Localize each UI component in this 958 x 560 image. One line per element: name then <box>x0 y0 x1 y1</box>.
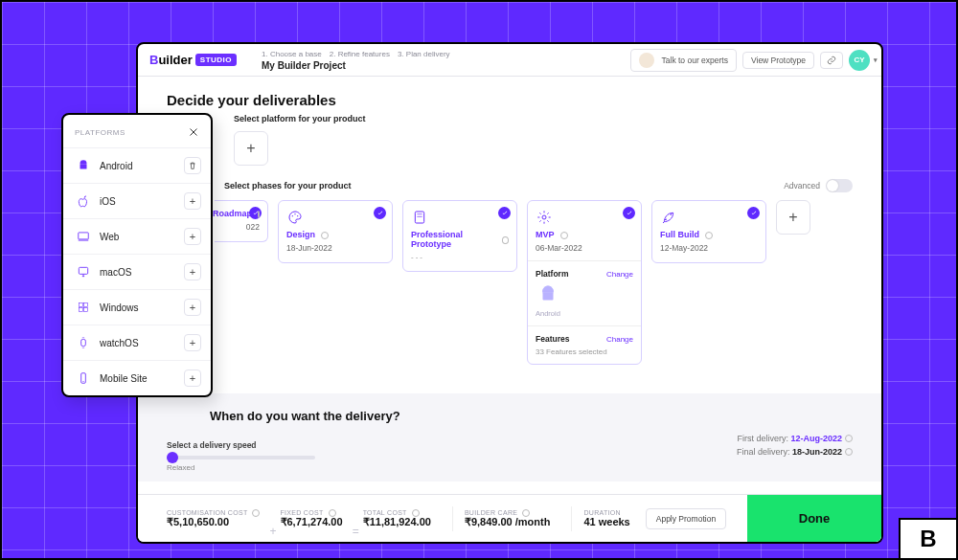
change-features-link[interactable]: Change <box>606 335 633 344</box>
done-button[interactable]: Done <box>747 495 881 542</box>
platforms-title: PLATFORMS <box>75 128 125 137</box>
svg-rect-8 <box>80 164 87 168</box>
speed-value: Relaxed <box>167 463 400 472</box>
info-icon[interactable] <box>321 232 329 239</box>
cost-value: 41 weeks <box>583 516 629 527</box>
equals-icon: = <box>353 525 359 542</box>
step-2[interactable]: 2. Refine features <box>330 50 390 58</box>
mobile-icon <box>75 371 92 385</box>
info-icon[interactable] <box>412 509 420 517</box>
steps: 1. Choose a base 2. Refine features 3. P… <box>262 50 450 71</box>
first-delivery-label: First delivery: <box>737 434 788 443</box>
platform-item-windows[interactable]: Windows + <box>63 289 211 325</box>
slider-knob[interactable] <box>167 452 178 463</box>
talk-to-experts-button[interactable]: Talk to our experts <box>630 49 737 72</box>
check-icon <box>623 207 635 219</box>
svg-rect-16 <box>79 308 82 312</box>
first-delivery-value: 12-Aug-2022 <box>790 434 842 443</box>
cost-label: DURATION <box>583 509 629 516</box>
platform-item-watchos[interactable]: watchOS + <box>63 325 211 360</box>
platform-item-mobile-site[interactable]: Mobile Site + <box>63 360 211 395</box>
info-icon[interactable] <box>258 211 260 218</box>
add-platform-button[interactable]: + <box>184 370 201 387</box>
final-delivery-value: 18-Jun-2022 <box>792 447 842 457</box>
add-platform-button[interactable]: + <box>184 228 201 245</box>
windows-icon <box>75 301 92 314</box>
phases-subtitle: Select phases for your product <box>224 181 352 190</box>
view-prototype-button[interactable]: View Prototype <box>742 52 814 69</box>
remove-platform-button[interactable] <box>184 157 201 174</box>
watch-icon <box>75 336 92 349</box>
features-text: 33 Features selected <box>536 347 633 356</box>
platform-name: Android <box>536 309 633 318</box>
svg-point-6 <box>542 215 546 219</box>
phase-card-full-build[interactable]: Full Build 12-May-2022 <box>651 200 766 263</box>
add-platform-button[interactable]: + <box>184 334 201 351</box>
platforms-popover: PLATFORMS Android iOS + Web + macOS + Wi… <box>61 113 213 397</box>
phase-card-roadmap[interactable]: Roadmap 022 <box>215 200 268 242</box>
mvp-icon <box>536 209 553 226</box>
cost-label: TOTAL COST <box>363 509 407 516</box>
info-icon[interactable] <box>705 232 713 239</box>
apple-icon <box>75 194 92 208</box>
check-icon <box>498 207 511 219</box>
phase-card-prototype[interactable]: Professional Prototype --- <box>402 200 517 272</box>
phase-title: Professional Prototype <box>411 230 496 249</box>
svg-rect-17 <box>84 308 88 312</box>
info-icon[interactable] <box>560 232 568 239</box>
customisation-cost: CUSTOMISATION COST ₹5,10,650.00 <box>167 508 260 528</box>
info-icon[interactable] <box>845 435 853 442</box>
platform-name: Windows <box>100 302 184 313</box>
project-name: My Builder Project <box>262 60 450 71</box>
user-avatar[interactable]: CY ▾ <box>849 50 870 71</box>
phase-card-design[interactable]: Design 18-Jun-2022 <box>278 200 393 263</box>
step-1[interactable]: 1. Choose a base <box>262 50 322 58</box>
change-platform-link[interactable]: Change <box>606 270 633 279</box>
share-button[interactable] <box>820 52 843 69</box>
rocket-icon <box>660 209 677 226</box>
platform-item-android[interactable]: Android <box>63 147 211 183</box>
close-button[interactable] <box>186 124 201 140</box>
plus-icon: + <box>269 525 276 542</box>
speed-slider[interactable] <box>167 456 315 459</box>
logo[interactable]: Builder STUDIO <box>149 53 237 67</box>
advanced-toggle[interactable]: Advanced <box>784 179 853 192</box>
cost-value: ₹11,81,924.00 <box>363 516 431 528</box>
info-icon[interactable] <box>502 236 509 244</box>
platform-item-macos[interactable]: macOS + <box>63 254 211 289</box>
chevron-down-icon: ▾ <box>874 56 878 64</box>
logo-badge: STUDIO <box>195 54 237 66</box>
add-platform-button[interactable]: + <box>184 299 201 316</box>
delivery-section: When do you want the delivery? Select a … <box>138 393 881 482</box>
add-platform-button[interactable]: + <box>234 131 268 166</box>
info-icon[interactable] <box>329 509 336 517</box>
check-icon <box>374 207 386 219</box>
info-icon[interactable] <box>845 448 853 456</box>
expert-avatar-icon <box>639 53 654 68</box>
android-icon <box>536 282 560 307</box>
phase-date: 18-Jun-2022 <box>286 243 384 253</box>
link-icon <box>827 56 836 65</box>
add-platform-button[interactable]: + <box>184 263 201 280</box>
close-icon <box>188 126 199 138</box>
add-platform-button[interactable]: + <box>184 192 201 210</box>
macos-icon <box>75 265 92 279</box>
duration: DURATION 41 weeks <box>583 509 629 527</box>
phase-date: 022 <box>215 222 260 232</box>
platform-item-ios[interactable]: iOS + <box>63 183 211 218</box>
add-phase-button[interactable]: + <box>776 200 810 235</box>
total-cost: TOTAL COST ₹11,81,924.00 <box>363 508 431 528</box>
phase-card-mvp[interactable]: MVP 06-Mar-2022 Platform Change Android <box>527 200 642 365</box>
svg-rect-3 <box>415 212 423 223</box>
platform-item-web[interactable]: Web + <box>63 218 211 254</box>
step-3[interactable]: 3. Plan delivery <box>398 50 450 58</box>
platform-name: Android <box>100 161 184 171</box>
apply-promotion-button[interactable]: Apply Promotion <box>646 508 726 529</box>
prototype-icon <box>411 209 428 226</box>
palette-icon <box>286 209 304 226</box>
cost-value: ₹6,71,274.00 <box>281 516 343 528</box>
delivery-dates: First delivery: 12-Aug-2022 Final delive… <box>737 434 853 457</box>
check-icon <box>747 207 760 219</box>
svg-rect-11 <box>79 233 89 239</box>
phase-title: MVP <box>536 230 555 239</box>
